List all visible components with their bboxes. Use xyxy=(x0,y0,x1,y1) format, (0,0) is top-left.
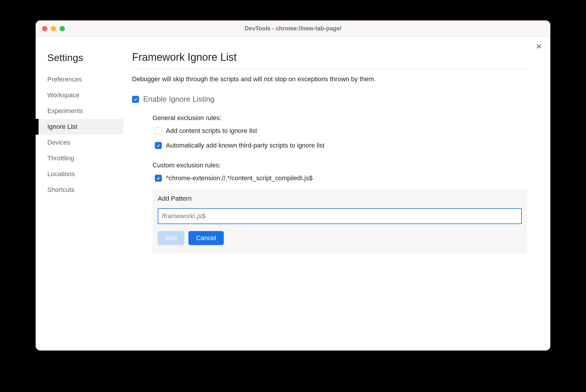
settings-sidebar: Settings Preferences Workspace Experimen… xyxy=(36,47,123,351)
enable-ignore-listing-row: Enable Ignore Listing xyxy=(132,95,527,104)
content-scripts-checkbox[interactable] xyxy=(155,127,162,134)
sidebar-item-ignore-list[interactable]: Ignore List xyxy=(39,119,123,135)
third-party-scripts-row: Automatically add known third-party scri… xyxy=(152,142,527,149)
window-titlebar: DevTools - chrome://new-tab-page/ xyxy=(36,20,550,37)
enable-ignore-listing-checkbox[interactable] xyxy=(132,96,139,103)
traffic-lights xyxy=(42,26,65,31)
custom-rule-row: ^chrome-extension://.*/content_script_co… xyxy=(152,174,527,182)
enable-ignore-listing-label: Enable Ignore Listing xyxy=(143,95,214,104)
custom-exclusion-section: Custom exclusion rules: ^chrome-extensio… xyxy=(132,162,527,253)
add-pattern-label: Add Pattern xyxy=(158,195,522,202)
sidebar-item-workspace[interactable]: Workspace xyxy=(39,87,123,103)
custom-rule-checkbox[interactable] xyxy=(155,175,162,182)
window-title: DevTools - chrome://new-tab-page/ xyxy=(41,25,545,32)
add-button[interactable]: Add xyxy=(158,231,184,245)
sidebar-item-experiments[interactable]: Experiments xyxy=(39,103,123,119)
third-party-scripts-checkbox[interactable] xyxy=(155,142,162,149)
sidebar-item-throttling[interactable]: Throttling xyxy=(39,150,123,166)
page-title: Framework Ignore List xyxy=(132,51,527,69)
content-scripts-label: Add content scripts to ignore list xyxy=(166,127,257,135)
add-pattern-section: Add Pattern Add Cancel xyxy=(152,189,527,253)
zoom-window-button[interactable] xyxy=(60,26,65,31)
sidebar-title: Settings xyxy=(39,52,123,72)
devtools-settings-window: DevTools - chrome://new-tab-page/ ✕ Sett… xyxy=(36,20,550,351)
general-exclusion-title: General exclusion rules: xyxy=(152,114,527,122)
close-icon[interactable]: ✕ xyxy=(536,43,542,50)
cancel-button[interactable]: Cancel xyxy=(188,231,223,245)
settings-content: ✕ Settings Preferences Workspace Experim… xyxy=(36,37,550,351)
content-scripts-row: Add content scripts to ignore list xyxy=(152,127,527,135)
custom-rule-label: ^chrome-extension://.*/content_script_co… xyxy=(166,174,313,182)
close-window-button[interactable] xyxy=(42,26,47,31)
sidebar-item-preferences[interactable]: Preferences xyxy=(39,72,123,87)
sidebar-item-shortcuts[interactable]: Shortcuts xyxy=(39,182,123,198)
page-description: Debugger will skip through the scripts a… xyxy=(132,75,527,83)
minimize-window-button[interactable] xyxy=(51,26,56,31)
settings-main: Framework Ignore List Debugger will skip… xyxy=(123,47,550,351)
pattern-input[interactable] xyxy=(158,208,522,224)
sidebar-item-locations[interactable]: Locations xyxy=(39,166,123,182)
general-exclusion-section: General exclusion rules: Add content scr… xyxy=(132,114,527,149)
sidebar-item-devices[interactable]: Devices xyxy=(39,135,123,150)
third-party-scripts-label: Automatically add known third-party scri… xyxy=(166,142,325,149)
add-pattern-buttons: Add Cancel xyxy=(158,231,522,245)
custom-exclusion-title: Custom exclusion rules: xyxy=(152,162,527,169)
